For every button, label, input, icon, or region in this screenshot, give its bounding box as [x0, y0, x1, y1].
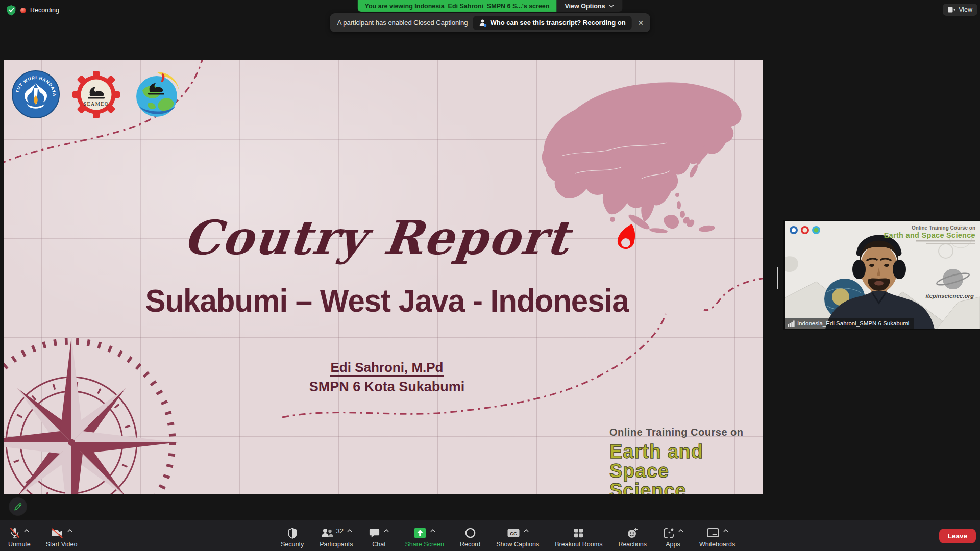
- chevron-up-icon[interactable]: [67, 529, 72, 532]
- video-bg-course-title: Earth and Space Science: [884, 231, 975, 239]
- svg-text:CC: CC: [510, 531, 517, 536]
- chat-label: Chat: [372, 541, 385, 548]
- pencil-icon: [13, 502, 22, 511]
- show-captions-label: Show Captions: [496, 541, 539, 548]
- panel-resize-handle[interactable]: [777, 267, 778, 289]
- chevron-up-icon[interactable]: [430, 529, 435, 532]
- view-button[interactable]: View: [943, 4, 977, 16]
- slide-subtitle: Sukabumi – West Java - Indonesia: [4, 282, 763, 319]
- cc-person-icon: [479, 19, 487, 27]
- ministry-tut-wuri-handayani-logo: TUT WURI HANDAYANI: [11, 70, 60, 119]
- course-line1: Online Training Course on: [609, 427, 763, 437]
- record-button[interactable]: Record: [459, 524, 481, 551]
- presenter-school: SMPN 6 Kota Sukabumi: [4, 379, 763, 395]
- view-options-label: View Options: [565, 3, 605, 10]
- course-line2: Earth and Space: [609, 442, 763, 481]
- record-label: Record: [460, 541, 480, 548]
- whiteboards-button[interactable]: Whiteboards: [698, 524, 736, 551]
- participant-video-tile[interactable]: Online Training Course on Earth and Spac…: [785, 221, 980, 329]
- viewing-banner-text: You are viewing Indonesia_Edi Sahroni_SM…: [358, 0, 557, 12]
- chevron-up-icon[interactable]: [347, 529, 352, 532]
- reactions-label: Reactions: [618, 541, 647, 548]
- asia-map-graphic: [514, 66, 744, 235]
- chevron-up-icon[interactable]: [678, 529, 683, 532]
- view-button-label: View: [959, 6, 972, 13]
- screen-share-banner: You are viewing Indonesia_Edi Sahroni_SM…: [358, 0, 623, 12]
- share-screen-button[interactable]: Share Screen: [404, 524, 445, 551]
- show-captions-button[interactable]: CC Show Captions: [495, 524, 540, 551]
- meeting-toolbar: Unmute Start Video: [0, 520, 980, 551]
- globe-lamp-logo: [132, 70, 182, 119]
- zoom-meeting-window: Recording You are viewing Indonesia_Edi …: [0, 0, 980, 551]
- reactions-icon: [626, 527, 639, 539]
- record-icon: [464, 527, 476, 539]
- chevron-up-icon[interactable]: [723, 529, 728, 532]
- participants-label: Participants: [320, 541, 353, 548]
- slide-logos: TUT WURI HANDAYANI: [11, 70, 182, 119]
- cc-notice-text: A participant has enabled Closed Caption…: [337, 19, 468, 27]
- seameo-logo-text: SEAMEO: [83, 101, 109, 107]
- apps-label: Apps: [666, 541, 680, 548]
- chevron-up-icon[interactable]: [24, 529, 29, 532]
- recording-dot-icon: [20, 8, 26, 13]
- apps-button[interactable]: Apps: [662, 524, 684, 551]
- participants-count: 32: [336, 527, 344, 535]
- captions-icon: CC: [507, 527, 520, 539]
- breakout-rooms-button[interactable]: Breakout Rooms: [554, 524, 603, 551]
- security-label: Security: [281, 541, 304, 548]
- slide-title: Coutry Report: [4, 210, 752, 265]
- mic-muted-icon: [9, 527, 20, 539]
- signal-strength-icon: [788, 320, 795, 327]
- annotate-button[interactable]: [9, 498, 27, 515]
- whiteboards-icon: [706, 527, 720, 539]
- chevron-up-icon[interactable]: [384, 529, 389, 532]
- security-icon: [287, 527, 298, 539]
- seameo-logo: SEAMEO: [71, 70, 121, 119]
- course-title-block: Online Training Course on Earth and Spac…: [609, 427, 763, 494]
- presenter-block: Edi Sahroni, M.Pd SMPN 6 Kota Sukabumi: [4, 360, 763, 395]
- chat-icon: [369, 527, 380, 539]
- reactions-button[interactable]: Reactions: [617, 524, 648, 551]
- transcript-button-label: Who can see this transcript? Recording o…: [491, 19, 626, 27]
- camera-muted-icon: [51, 527, 64, 539]
- recording-label: Recording: [30, 7, 59, 14]
- participants-icon: [321, 527, 334, 539]
- breakout-rooms-label: Breakout Rooms: [555, 541, 602, 548]
- security-shield-check-icon: [6, 5, 16, 16]
- chat-button[interactable]: Chat: [368, 524, 390, 551]
- apps-icon: [663, 527, 675, 539]
- closed-captioning-toast: A participant has enabled Closed Caption…: [330, 13, 650, 32]
- compass-rose-graphic: [4, 333, 181, 494]
- video-bg-website: itepinscience.org: [925, 293, 974, 299]
- unmute-button[interactable]: Unmute: [7, 524, 32, 551]
- video-bg-course-line: Online Training Course on: [912, 225, 975, 231]
- chevron-up-icon[interactable]: [524, 529, 529, 532]
- participant-name-label: Indonesia_Edi Sahroni_SMPN 6 Sukabumi: [785, 318, 914, 329]
- chevron-down-icon: [608, 4, 614, 8]
- start-video-button[interactable]: Start Video: [45, 524, 79, 551]
- breakout-rooms-icon: [573, 527, 584, 539]
- leave-button[interactable]: Leave: [939, 529, 976, 543]
- participant-name-text: Indonesia_Edi Sahroni_SMPN 6 Sukabumi: [797, 320, 909, 327]
- whiteboards-label: Whiteboards: [699, 541, 735, 548]
- start-video-label: Start Video: [46, 541, 78, 548]
- transcript-visibility-button[interactable]: Who can see this transcript? Recording o…: [473, 16, 632, 30]
- share-screen-label: Share Screen: [405, 541, 444, 548]
- security-button[interactable]: Security: [280, 524, 305, 551]
- unmute-label: Unmute: [8, 541, 31, 548]
- participants-button[interactable]: 32 Participants: [318, 524, 354, 551]
- course-line3: Science: [609, 481, 763, 494]
- shared-screen-slide: TUT WURI HANDAYANI: [4, 60, 763, 494]
- recording-indicator: Recording: [6, 5, 59, 16]
- share-screen-icon: [413, 527, 427, 539]
- presenter-name: Edi Sahroni, M.Pd: [330, 360, 443, 377]
- view-options-button[interactable]: View Options: [556, 0, 622, 12]
- view-layout-icon: [948, 7, 955, 13]
- close-icon[interactable]: ✕: [638, 19, 644, 27]
- background-logos: [790, 226, 820, 234]
